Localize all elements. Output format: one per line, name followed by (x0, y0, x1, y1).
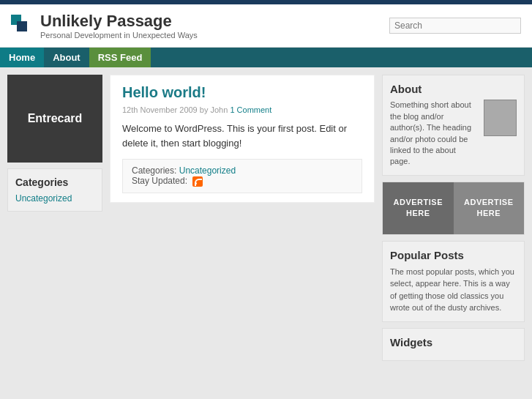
nav-rss[interactable]: RSS Feed (89, 48, 151, 67)
rss-icon[interactable] (192, 176, 203, 187)
nav-about[interactable]: About (44, 48, 89, 67)
about-text: Something short about the blog and/or au… (390, 100, 478, 167)
popular-posts-widget: Popular Posts The most popular posts, wh… (382, 241, 525, 322)
post: Hello world! 12th November 2009 by John … (110, 75, 375, 203)
nav-home[interactable]: Home (0, 48, 44, 67)
stay-updated-label: Stay Updated: (132, 176, 187, 186)
post-by: by (200, 105, 211, 114)
categories-box: Categories Uncategorized (7, 168, 102, 212)
post-date: 12th November 2009 (122, 105, 198, 114)
post-meta: 12th November 2009 by John 1 Comment (122, 105, 362, 114)
site-title-block: Unlikely Passage Personal Development in… (40, 12, 198, 40)
post-body: Welcome to WordPress. This is your first… (122, 122, 362, 150)
about-widget-title: About (390, 83, 517, 95)
site-tagline: Personal Development in Unexpected Ways (40, 31, 198, 40)
content-wrapper: Entrecard Categories Uncategorized Hello… (0, 67, 532, 368)
right-sidebar: About Something short about the blog and… (382, 75, 525, 360)
post-stay-updated-line: Stay Updated: (132, 176, 353, 187)
nav: Home About RSS Feed (0, 48, 532, 67)
widgets-title: Widgets (390, 336, 517, 348)
advertise-grid: ADVERTISE HERE ADVERTISE HERE (383, 182, 524, 234)
widgets-widget: Widgets (382, 328, 525, 361)
advertise-box-1[interactable]: ADVERTISE HERE (383, 182, 454, 234)
main-content: Hello world! 12th November 2009 by John … (110, 75, 375, 360)
logo-icon (11, 15, 33, 37)
category-link-uncategorized[interactable]: Uncategorized (15, 193, 72, 204)
advertise-widget: ADVERTISE HERE ADVERTISE HERE (382, 182, 525, 235)
entrecard-box: Entrecard (7, 75, 102, 163)
entrecard-label: Entrecard (28, 112, 83, 125)
about-widget: About Something short about the blog and… (382, 75, 525, 175)
advertise-box-2[interactable]: ADVERTISE HERE (454, 182, 525, 234)
popular-posts-title: Popular Posts (390, 249, 517, 261)
site-title: Unlikely Passage (40, 12, 198, 31)
left-sidebar: Entrecard Categories Uncategorized (7, 75, 102, 360)
post-category-link[interactable]: Uncategorized (179, 165, 236, 176)
header-left: Unlikely Passage Personal Development in… (11, 12, 198, 40)
post-categories-line: Categories: Uncategorized (132, 165, 353, 176)
post-comment-link[interactable]: 1 Comment (230, 105, 271, 114)
categories-label: Categories: (132, 165, 176, 176)
search-input[interactable] (389, 18, 521, 34)
popular-posts-text: The most popular posts, which you select… (390, 266, 517, 314)
categories-title: Categories (15, 176, 94, 188)
post-author: John (210, 105, 228, 114)
post-footer: Categories: Uncategorized Stay Updated: (122, 159, 362, 193)
post-title: Hello world! (122, 84, 362, 101)
avatar (484, 100, 517, 136)
header: Unlikely Passage Personal Development in… (0, 4, 532, 48)
about-content: Something short about the blog and/or au… (390, 100, 517, 167)
